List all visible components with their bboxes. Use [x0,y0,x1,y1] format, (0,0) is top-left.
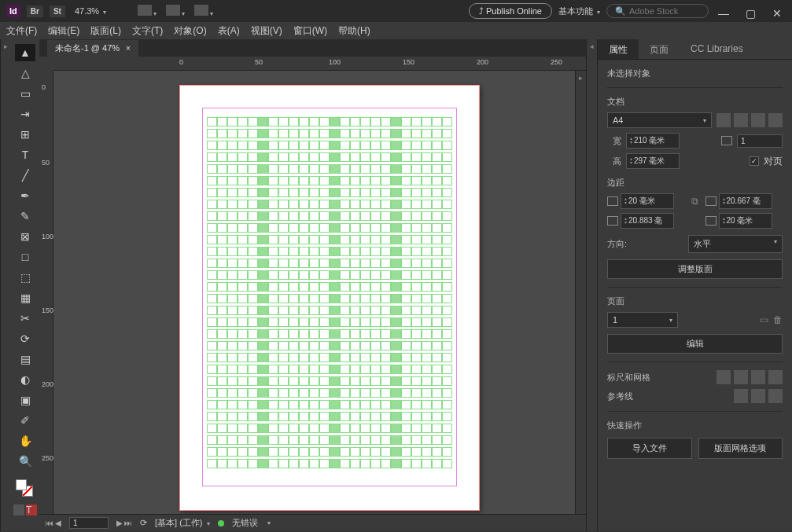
margin-bottom-icon [607,216,618,226]
quick-actions-label: 快速操作 [607,420,783,431]
ruler-icon[interactable] [716,370,731,384]
orientation-portrait-icon[interactable] [716,113,731,127]
margin-bottom-input[interactable]: ▴▾20.883 毫 [621,213,674,229]
page-size-select[interactable]: A4▾ [607,112,712,128]
menu-table[interactable]: 表(A) [218,24,240,38]
note-tool[interactable]: ▣ [15,391,35,409]
delete-page-icon[interactable]: 🗑 [773,314,783,325]
pen-tool[interactable]: ✒ [15,187,35,204]
margin-left-input[interactable]: ▴▾20 毫米 [719,213,772,229]
menu-help[interactable]: 帮助(H) [338,24,370,38]
direct-selection-tool[interactable]: △ [15,64,35,82]
page-number-field[interactable]: 1 [69,517,109,529]
zoom-select[interactable]: 47.3% ▾ [72,5,109,17]
tab-cc-libraries[interactable]: CC Libraries [680,39,754,59]
binding-left-icon[interactable] [751,113,765,127]
minimize-button[interactable]: — [715,7,732,15]
document-viewport[interactable] [53,71,575,514]
next-page-button[interactable]: ▶ [116,519,123,527]
content-collector-tool[interactable]: ⊞ [15,126,35,143]
preset-label[interactable]: [基本] (工作) ▾ [155,517,210,529]
menu-edit[interactable]: 编辑(E) [48,24,79,38]
edit-page-button[interactable]: 编辑 [607,334,783,354]
gap-tool[interactable]: ⇥ [15,105,35,123]
view-mode-icon[interactable]: ▾ [138,5,157,18]
arrange-icon[interactable]: ▾ [194,5,213,18]
right-scroll-strip[interactable]: ▸ [575,71,586,514]
menu-object[interactable]: 对象(O) [174,24,206,38]
bridge-badge[interactable]: Br [27,6,43,17]
type-tool[interactable]: T [15,146,35,163]
close-tab-icon[interactable]: × [126,44,131,53]
show-guides-icon[interactable] [734,389,748,403]
document-tab[interactable]: 未命名-1 @ 47% × [47,40,138,57]
columns-input[interactable]: 1 [737,134,783,148]
publish-online-button[interactable]: ⤴ Publish Online [469,3,552,19]
page-tool[interactable]: ▭ [15,85,35,102]
baseline-grid-icon[interactable] [734,370,748,384]
lock-guides-icon[interactable] [751,389,765,403]
no-selection-label: 未选择对象 [607,68,783,79]
ruler-vertical[interactable]: 050100150200250 [39,71,53,514]
left-collapse-strip[interactable]: ▸ [0,39,11,531]
gradient-swatch-tool[interactable]: ▤ [15,350,35,368]
maximize-button[interactable]: ▢ [742,7,759,15]
orientation-landscape-icon[interactable] [734,113,748,127]
import-file-button[interactable]: 导入文件 [607,438,692,459]
menu-view[interactable]: 视图(V) [251,24,282,38]
binding-right-icon[interactable] [768,113,783,127]
hand-tool[interactable]: ✋ [15,432,35,449]
tab-properties[interactable]: 属性 [598,39,639,59]
rectangle-tool[interactable]: □ [15,248,35,266]
link-margins-icon[interactable]: ⧉ [689,196,702,207]
shear-tool[interactable]: ⬚ [15,269,35,286]
menu-layout[interactable]: 版面(L) [90,24,121,38]
preflight-status-text[interactable]: 无错误 [232,517,258,529]
close-button[interactable]: ✕ [768,7,786,15]
prev-page-button[interactable]: ◀ [55,519,61,527]
view-preview-icon[interactable]: T [26,504,37,515]
margin-right-input[interactable]: ▴▾20.667 毫 [719,193,772,209]
menu-type[interactable]: 文字(T) [132,24,163,38]
menu-window[interactable]: 窗口(W) [293,24,327,38]
facing-pages-checkbox[interactable]: ✓ [750,156,759,166]
new-page-icon[interactable]: ▭ [760,314,768,325]
layout-grid-icon[interactable] [768,370,783,384]
adobe-stock-search[interactable]: 🔍 Adobe Stock [606,4,709,18]
eyedropper-tool[interactable]: ✐ [15,412,35,429]
menu-file[interactable]: 文件(F) [6,24,37,38]
gradient-feather-tool[interactable]: ◐ [15,371,35,388]
zoom-tool[interactable]: 🔍 [15,453,35,470]
free-transform-tool[interactable]: ⟳ [15,330,35,347]
last-page-button[interactable]: ⏭ [124,519,132,527]
panel-collapse-strip[interactable]: ◂ [586,39,597,531]
direction-select[interactable]: 水平▾ [688,235,783,253]
workspace-select[interactable]: 基本功能 ▾ [558,6,600,17]
height-input[interactable]: ▴▾297 毫米 [626,153,680,169]
document-grid-icon[interactable] [751,370,765,384]
smart-guides-icon[interactable] [768,389,783,403]
master-icon[interactable]: ⟳ [140,518,147,528]
ruler-origin[interactable] [39,57,53,71]
page-spread[interactable] [179,85,480,511]
grid-options-button[interactable]: 版面网格选项 [698,438,783,459]
scissors-tool[interactable]: ✂ [15,310,35,327]
margin-top-input[interactable]: ▴▾20 毫米 [621,193,674,209]
page-select[interactable]: 1▾ [607,312,678,328]
margin-right-icon [705,196,716,206]
table-tool[interactable]: ▦ [15,289,35,306]
document-section-label: 文档 [607,96,783,108]
line-tool[interactable]: ╱ [15,167,35,184]
ruler-horizontal[interactable]: 050100150200250 [53,57,586,71]
rectangle-frame-tool[interactable]: ⊠ [15,228,35,245]
first-page-button[interactable]: ⏮ [46,519,53,527]
view-normal-icon[interactable] [13,504,24,515]
width-input[interactable]: ▴▾210 毫米 [626,133,680,149]
tab-pages[interactable]: 页面 [639,39,680,59]
pencil-tool[interactable]: ✎ [15,207,35,225]
stock-badge[interactable]: St [50,6,65,17]
screen-mode-icon[interactable]: ▾ [166,5,185,18]
selection-tool[interactable]: ▲ [15,44,35,61]
fill-stroke-swatch[interactable] [16,479,35,498]
adjust-layout-button[interactable]: 调整版面 [607,259,783,279]
